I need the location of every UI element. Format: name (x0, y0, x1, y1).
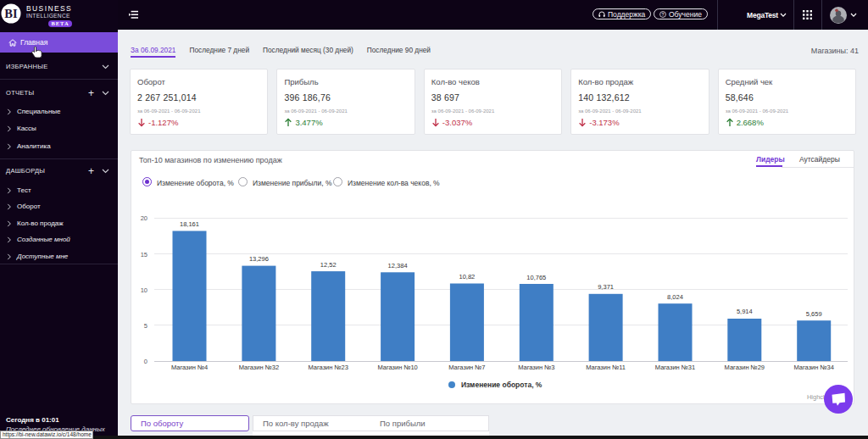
svg-text:5,659: 5,659 (806, 310, 822, 318)
svg-text:20: 20 (141, 214, 147, 222)
svg-text:12,384: 12,384 (388, 262, 408, 270)
svg-text:BI: BI (4, 7, 18, 20)
svg-text:5,914: 5,914 (737, 308, 753, 315)
svg-text:Магазин №4: Магазин №4 (171, 364, 208, 371)
svg-text:13,296: 13,296 (249, 255, 269, 263)
svg-text:18,161: 18,161 (180, 220, 199, 228)
svg-text:5: 5 (144, 322, 147, 330)
svg-text:Изменение оборота, %: Изменение оборота, % (461, 381, 542, 389)
svg-text:9,371: 9,371 (598, 283, 614, 291)
svg-text:Магазин №7: Магазин №7 (448, 364, 485, 371)
svg-text:12,52: 12,52 (320, 261, 337, 269)
svg-text:10: 10 (141, 286, 147, 294)
svg-text:15: 15 (141, 251, 147, 258)
svg-text:Магазин №31: Магазин №31 (655, 364, 695, 371)
svg-text:?: ? (662, 11, 665, 16)
svg-text:0: 0 (144, 358, 147, 365)
svg-text:Магазин №32: Магазин №32 (239, 364, 279, 371)
svg-text:8,024: 8,024 (667, 293, 683, 301)
svg-text:Магазин №34: Магазин №34 (793, 364, 833, 371)
svg-text:Магазин №11: Магазин №11 (586, 364, 626, 371)
svg-text:Магазин №29: Магазин №29 (725, 364, 765, 371)
svg-text:Магазин №3: Магазин №3 (518, 364, 554, 371)
svg-text:10,82: 10,82 (459, 273, 476, 281)
svg-text:Магазин №10: Магазин №10 (377, 364, 417, 371)
svg-text:10,765: 10,765 (526, 274, 546, 281)
svg-text:Магазин №23: Магазин №23 (308, 364, 348, 371)
